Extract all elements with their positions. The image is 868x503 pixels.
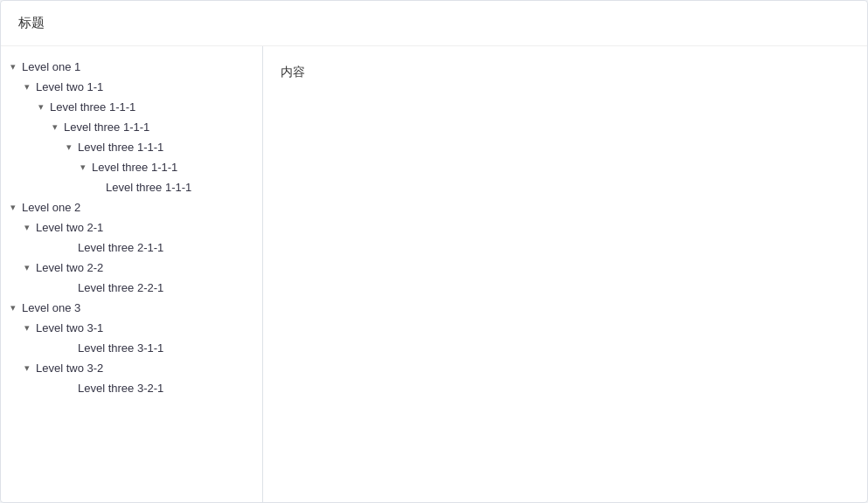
tree-item-level-three-3-2-1[interactable]: Level three 3-2-1	[1, 378, 262, 398]
tree-item-level-three-1-1-1-d[interactable]: ▾Level three 1-1-1	[1, 157, 262, 177]
tree-item-level-three-1-1-1-a[interactable]: ▾Level three 1-1-1	[1, 97, 262, 117]
tree-label: Level two 3-2	[36, 362, 103, 375]
tree-item-level-two-2-1[interactable]: ▾Level two 2-1	[1, 217, 262, 238]
tree-label: Level one 2	[22, 201, 80, 214]
tree-item-level-one-1[interactable]: ▾Level one 1	[1, 57, 262, 77]
tree-item-level-three-2-2-1[interactable]: Level three 2-2-1	[1, 278, 262, 298]
tree-arrow: ▾	[64, 141, 74, 153]
tree-label: Level two 1-1	[36, 80, 103, 93]
tree-label: Level two 2-2	[36, 261, 103, 274]
tree-label: Level three 2-1-1	[78, 241, 163, 254]
main-body: ▾Level one 1▾Level two 1-1▾Level three 1…	[1, 46, 867, 502]
tree-item-level-two-1-1[interactable]: ▾Level two 1-1	[1, 77, 262, 97]
app-container: 标题 ▾Level one 1▾Level two 1-1▾Level thre…	[0, 0, 868, 503]
tree-arrow: ▾	[50, 121, 60, 133]
tree-label: Level three 1-1-1	[64, 121, 149, 134]
tree-label: Level three 1-1-1	[92, 161, 177, 174]
tree-item-level-three-1-1-1-b[interactable]: ▾Level three 1-1-1	[1, 117, 262, 137]
tree-label: Level three 3-2-1	[78, 382, 163, 395]
tree-label: Level three 3-1-1	[78, 341, 163, 355]
tree-item-level-two-2-2[interactable]: ▾Level two 2-2	[1, 258, 262, 278]
tree-label: Level three 1-1-1	[106, 181, 191, 194]
tree-arrow: ▾	[22, 81, 32, 93]
content-text: 内容	[281, 65, 305, 79]
tree-arrow: ▾	[22, 262, 32, 273]
tree-arrow: ▾	[22, 362, 32, 374]
tree-label: Level three 1-1-1	[78, 141, 163, 154]
tree-label: Level two 3-1	[36, 321, 103, 334]
tree-label: Level one 1	[22, 60, 80, 73]
header: 标题	[1, 1, 867, 46]
tree-arrow: ▾	[22, 322, 32, 334]
tree-arrow: ▾	[36, 101, 46, 113]
tree-arrow: ▾	[22, 222, 32, 233]
tree-label: Level three 2-2-1	[78, 281, 163, 294]
tree-arrow: ▾	[8, 61, 18, 72]
tree-label: Level one 3	[22, 301, 80, 314]
tree-label: Level three 1-1-1	[50, 100, 135, 114]
sidebar-tree: ▾Level one 1▾Level two 1-1▾Level three 1…	[1, 46, 263, 502]
tree-item-level-two-3-2[interactable]: ▾Level two 3-2	[1, 358, 262, 378]
tree-item-level-one-2[interactable]: ▾Level one 2	[1, 197, 262, 217]
page-title: 标题	[18, 15, 45, 30]
tree-item-level-one-3[interactable]: ▾Level one 3	[1, 298, 262, 318]
content-area: 内容	[263, 46, 867, 502]
tree-arrow: ▾	[8, 302, 18, 314]
tree-label: Level two 2-1	[36, 221, 103, 234]
tree-arrow: ▾	[78, 162, 88, 173]
tree-item-level-two-3-1[interactable]: ▾Level two 3-1	[1, 318, 262, 338]
tree-item-level-three-1-1-1-c[interactable]: ▾Level three 1-1-1	[1, 137, 262, 157]
tree-item-level-three-2-1-1[interactable]: Level three 2-1-1	[1, 238, 262, 258]
tree-item-level-three-3-1-1[interactable]: Level three 3-1-1	[1, 338, 262, 358]
tree-item-level-three-1-1-1-e[interactable]: Level three 1-1-1	[1, 177, 262, 197]
tree-arrow: ▾	[8, 202, 18, 213]
